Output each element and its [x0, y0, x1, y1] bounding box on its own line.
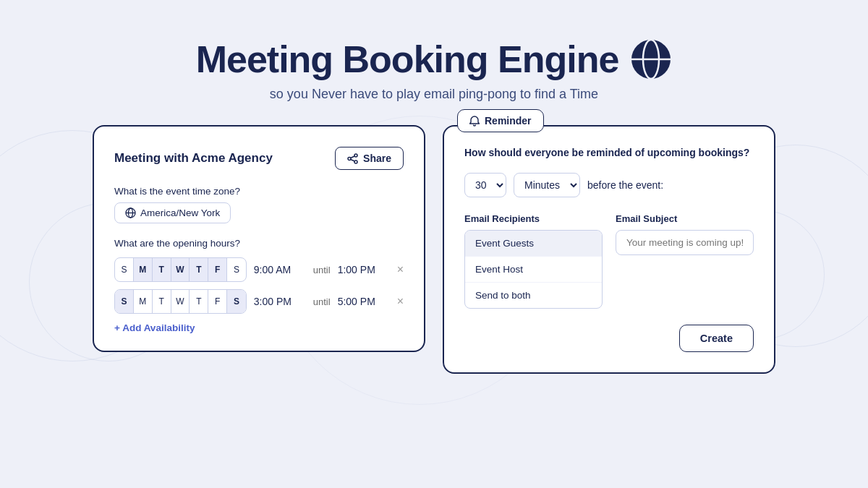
remove-row-1[interactable]: ×: [397, 264, 404, 275]
day-cell-sat-1[interactable]: S: [227, 258, 246, 281]
day-cell-fri-1[interactable]: F: [208, 258, 227, 281]
timing-unit-select[interactable]: Minutes Hours Days: [514, 173, 580, 197]
start-time-1: 9:00 AM: [254, 264, 306, 275]
timezone-badge[interactable]: America/New York: [114, 202, 231, 223]
before-text: before the event:: [587, 179, 663, 191]
day-grid-2[interactable]: S M T W T F S: [114, 289, 247, 314]
reminder-card: How should everyone be reminded of upcom…: [443, 125, 775, 374]
svg-line-6: [351, 156, 354, 158]
day-cell-sat-2[interactable]: S: [227, 290, 246, 313]
hours-label: What are the opening hours?: [114, 238, 404, 249]
reminder-timing-row: 30 15 60 Minutes Hours Days before the e…: [464, 173, 754, 197]
svg-point-3: [354, 154, 357, 157]
until-text-2: until: [313, 296, 331, 307]
day-cell-mon-2[interactable]: M: [134, 290, 153, 313]
day-cell-tue-1[interactable]: T: [153, 258, 171, 281]
create-button[interactable]: Create: [679, 325, 754, 352]
day-cell-fri-2[interactable]: F: [208, 290, 227, 313]
meeting-setup-card: Meeting with Acme Agency Share What is t…: [93, 125, 425, 352]
add-availability-button[interactable]: + Add Availability: [114, 322, 404, 333]
option-send-to-both[interactable]: Send to both: [465, 283, 602, 308]
share-icon: [347, 153, 358, 164]
reminder-card-wrapper: Reminder How should everyone be reminded…: [443, 125, 775, 374]
subject-field: Email Subject: [616, 213, 754, 309]
remove-row-2[interactable]: ×: [397, 296, 404, 307]
availability-row-2: S M T W T F S 3:00 PM until 5:00 PM ×: [114, 289, 404, 314]
option-event-host[interactable]: Event Host: [465, 257, 602, 283]
meeting-title: Meeting with Acme Agency: [114, 151, 273, 166]
day-cell-tue-2[interactable]: T: [153, 290, 171, 313]
day-cell-wed-1[interactable]: W: [171, 258, 190, 281]
cards-container: Meeting with Acme Agency Share What is t…: [0, 102, 868, 374]
day-cell-wed-2[interactable]: W: [171, 290, 190, 313]
page-header: Meeting Booking Engine so you Never have…: [0, 0, 868, 102]
app-logo-icon: [630, 38, 672, 80]
recipients-label: Email Recipients: [464, 213, 603, 224]
bell-icon: [469, 116, 480, 127]
day-cell-sun-2[interactable]: S: [115, 290, 134, 313]
day-cell-thu-1[interactable]: T: [190, 258, 208, 281]
reminder-question: How should everyone be reminded of upcom…: [464, 147, 754, 158]
share-button[interactable]: Share: [335, 147, 404, 170]
svg-line-7: [351, 159, 354, 161]
end-time-2: 5:00 PM: [338, 296, 390, 307]
reminder-tab-label: Reminder: [485, 115, 532, 127]
timing-number-select[interactable]: 30 15 60: [464, 173, 506, 197]
day-grid-1[interactable]: S M T W T F S: [114, 257, 247, 282]
svg-point-4: [354, 160, 357, 163]
until-text-1: until: [313, 265, 331, 275]
timezone-label: What is the event time zone?: [114, 186, 404, 197]
subject-input[interactable]: [616, 230, 754, 255]
start-time-2: 3:00 PM: [254, 296, 306, 307]
day-cell-sun-1[interactable]: S: [115, 258, 134, 281]
page-title: Meeting Booking Engine: [196, 38, 619, 81]
recipients-field: Email Recipients Event Guests Event Host…: [464, 213, 603, 309]
share-label: Share: [363, 153, 391, 164]
day-cell-mon-1[interactable]: M: [134, 258, 153, 281]
email-fields: Email Recipients Event Guests Event Host…: [464, 213, 754, 309]
availability-row-1: S M T W T F S 9:00 AM until 1:00 PM ×: [114, 257, 404, 282]
reminder-tab[interactable]: Reminder: [457, 109, 544, 132]
globe-icon: [125, 207, 136, 218]
svg-point-5: [348, 157, 351, 160]
timezone-value: America/New York: [140, 207, 220, 218]
recipients-dropdown[interactable]: Event Guests Event Host Send to both: [464, 230, 603, 309]
end-time-1: 1:00 PM: [338, 264, 390, 275]
option-event-guests[interactable]: Event Guests: [465, 231, 602, 257]
subject-label: Email Subject: [616, 213, 754, 224]
day-cell-thu-2[interactable]: T: [190, 290, 208, 313]
page-subtitle: so you Never have to play email ping-pon…: [0, 87, 868, 102]
